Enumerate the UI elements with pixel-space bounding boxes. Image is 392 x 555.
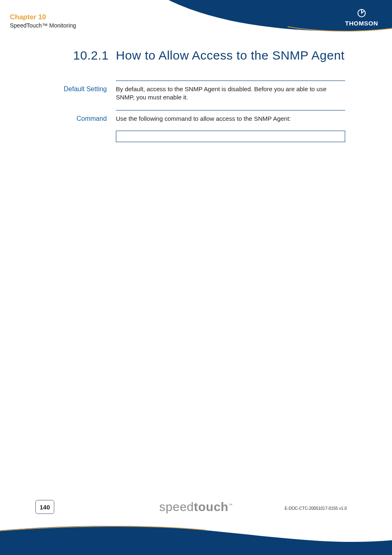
footer-doc-ref: E-DOC-CTC-20051017-0155 v1.0 — [285, 506, 347, 511]
page-number-box: 140 — [35, 500, 54, 514]
section-title: How to Allow Access to the SNMP Agent — [116, 48, 345, 62]
chapter-title: Chapter 10 — [10, 13, 76, 21]
chapter-subtitle: SpeedTouch™ Monitoring — [10, 22, 76, 29]
divider — [116, 110, 345, 111]
speedtouch-logo: speedtouch™ — [159, 500, 233, 514]
logo-part-bold: touch — [194, 500, 228, 514]
row-body: Use the following command to allow acces… — [116, 115, 345, 123]
page-number: 140 — [39, 504, 50, 511]
thomson-mark-icon — [345, 8, 378, 20]
row-body-wrap: By default, access to the SNMP Agent is … — [116, 81, 345, 102]
chapter-block: Chapter 10 SpeedTouch™ Monitoring — [10, 13, 76, 29]
command-box — [116, 131, 345, 142]
row-label: Default Setting — [0, 81, 107, 93]
row-body: By default, access to the SNMP Agent is … — [116, 85, 345, 102]
footer-band — [0, 524, 392, 555]
row-body-wrap: Use the following command to allow acces… — [116, 110, 345, 123]
section-number: 10.2.1 — [73, 48, 108, 62]
logo-tm: ™ — [228, 503, 233, 507]
thomson-name: THOMSON — [345, 20, 378, 27]
thomson-logo: THOMSON — [345, 8, 378, 27]
footer: 140 speedtouch™ E-DOC-CTC-20051017-0155 … — [0, 502, 392, 555]
logo-part-light: speed — [159, 500, 194, 514]
row-label: Command — [0, 110, 107, 122]
section-heading: 10.2.1 How to Allow Access to the SNMP A… — [0, 48, 392, 62]
divider — [116, 81, 345, 81]
